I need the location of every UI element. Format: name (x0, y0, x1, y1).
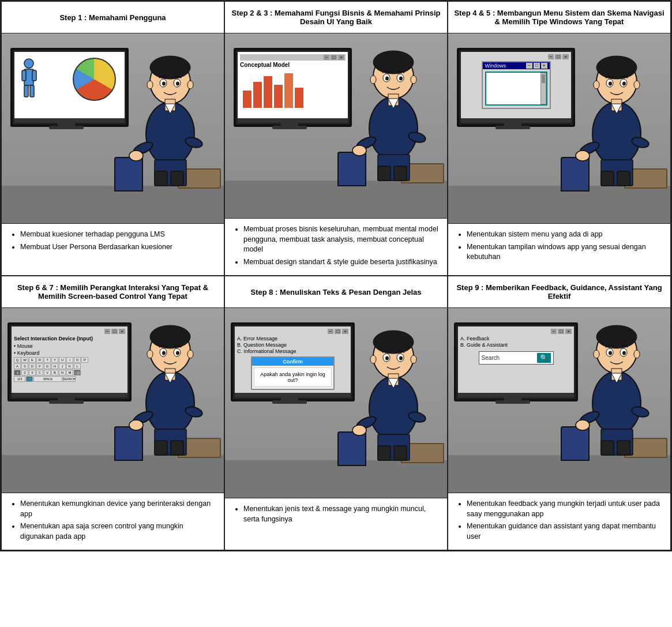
svg-rect-50 (617, 171, 630, 186)
cartoon-person-4 (126, 311, 215, 458)
step3-header: Step 4 & 5 : Membangun Menu Sistem dan S… (448, 2, 670, 33)
step1-header: Step 1 : Memahami Pengguna (2, 2, 224, 33)
cartoon-person-2 (349, 36, 438, 183)
svg-rect-66 (155, 441, 167, 455)
svg-point-106 (594, 350, 599, 358)
svg-point-59 (150, 325, 190, 348)
svg-point-87 (385, 356, 389, 361)
svg-point-29 (352, 145, 366, 156)
main-grid: Step 1 : Memahami Pengguna (0, 0, 672, 551)
svg-point-19 (162, 82, 166, 86)
step1-image (2, 33, 224, 223)
svg-rect-100 (601, 441, 614, 455)
win4-minimize[interactable]: − (104, 329, 111, 334)
win3-minimize[interactable]: − (548, 54, 554, 59)
svg-point-80 (352, 425, 366, 435)
step6-image: − □ × A. Feedback B. Guide & Assistant S… (448, 308, 670, 493)
svg-point-76 (373, 331, 414, 354)
svg-point-73 (187, 350, 193, 358)
win5-minimize[interactable]: − (328, 329, 334, 334)
step6-header: Step 9 : Memberikan Feedback, Guidance, … (448, 276, 670, 308)
step5-image: − □ × A. Error Message B. Question Messa… (225, 308, 447, 498)
step3-image: − □ × Windows − □ × (448, 33, 670, 223)
info-msg-label: C. Informational Message (237, 348, 348, 354)
win-inner-minimize[interactable]: − (526, 63, 532, 69)
step2-description: Membuat proses bisnis keseluruhan, membu… (225, 218, 447, 275)
cell-step2: Step 2 & 3 : Memahami Fungsi Bisnis & Me… (224, 1, 448, 276)
svg-rect-84 (394, 446, 407, 460)
svg-point-42 (596, 56, 637, 79)
svg-point-70 (162, 351, 166, 355)
svg-rect-83 (378, 446, 391, 460)
svg-rect-2 (22, 70, 26, 81)
svg-point-46 (576, 151, 590, 161)
win3-restore[interactable]: □ (555, 54, 561, 59)
step3-description: Menentukan sistem menu yang ada di app M… (448, 223, 670, 275)
win6-restore[interactable]: □ (558, 329, 564, 334)
svg-point-55 (594, 81, 599, 89)
guide-label: B. Guide & Assistant (460, 342, 572, 348)
win4-close[interactable]: × (119, 329, 125, 334)
error-msg-label: A. Error Message (237, 336, 348, 341)
win2-minimize[interactable]: − (324, 55, 330, 60)
svg-point-105 (622, 351, 626, 355)
svg-point-8 (150, 56, 190, 79)
svg-point-89 (370, 355, 376, 363)
win6-minimize[interactable]: − (551, 329, 557, 334)
svg-point-21 (147, 81, 153, 89)
svg-point-88 (399, 356, 403, 361)
step2-header: Step 2 & 3 : Memahami Fungsi Bisnis & Me… (225, 2, 447, 33)
svg-point-22 (187, 81, 193, 89)
cell-step6: Step 9 : Memberikan Feedback, Guidance, … (448, 276, 671, 550)
cell-step3: Step 4 & 5 : Membangun Menu Sistem dan S… (448, 1, 671, 276)
cartoon-person-6 (572, 311, 662, 458)
svg-rect-3 (32, 70, 36, 81)
feedback-label: A. Feedback (460, 336, 572, 341)
svg-point-25 (373, 51, 414, 74)
svg-point-39 (411, 76, 416, 84)
step5-header: Step 8 : Menuliskan Teks & Pesan Dengan … (225, 276, 447, 308)
win3-close[interactable]: × (562, 54, 569, 59)
svg-rect-49 (601, 171, 614, 186)
win5-close[interactable]: × (342, 329, 348, 334)
conceptual-model-title: Conceptual Model (240, 62, 346, 68)
svg-rect-67 (171, 441, 183, 455)
step4-header: Step 6 & 7 : Memilih Perangkat Interaksi… (2, 276, 224, 308)
search-text: Search (482, 355, 537, 361)
cartoon-person-5 (349, 316, 438, 463)
svg-point-97 (576, 420, 590, 430)
win5-restore[interactable]: □ (335, 329, 341, 334)
svg-rect-32 (378, 166, 391, 181)
step6-description: Menentukan feedback yang mungkin terjadi… (448, 493, 670, 550)
svg-point-0 (24, 59, 33, 68)
svg-point-54 (622, 82, 626, 86)
svg-point-38 (370, 76, 376, 84)
step2-image: − □ × Conceptual Model (225, 33, 447, 218)
cartoon-person-3 (572, 42, 662, 189)
step4-description: Menentukan kemungkinan device yang berin… (2, 493, 224, 550)
svg-point-20 (176, 82, 179, 86)
select-device-label: Select Interaction Device (Input) (14, 336, 125, 341)
svg-rect-5 (30, 85, 34, 97)
svg-rect-33 (394, 166, 407, 181)
confirm-label: Confirm (252, 358, 333, 366)
svg-rect-101 (617, 441, 630, 455)
svg-point-36 (385, 77, 389, 81)
step5-description: Menentukan jenis text & message yang mun… (225, 498, 447, 550)
win2-close[interactable]: × (338, 55, 344, 60)
win6-close[interactable]: × (565, 329, 572, 334)
win-inner-close[interactable]: × (541, 63, 547, 69)
svg-point-37 (399, 77, 403, 81)
win4-restore[interactable]: □ (111, 329, 118, 334)
svg-point-56 (634, 81, 640, 89)
svg-point-72 (147, 350, 153, 358)
cell-step4: Step 6 & 7 : Memilih Perangkat Interaksi… (1, 276, 224, 550)
apakah-label: Apakah anda yakin ingin log out? (254, 367, 332, 387)
svg-point-104 (609, 351, 612, 355)
win-inner-restore[interactable]: □ (534, 63, 540, 69)
win2-restore[interactable]: □ (331, 55, 337, 60)
svg-point-53 (609, 82, 612, 86)
search-icon[interactable]: 🔍 (537, 353, 551, 363)
svg-rect-16 (171, 171, 183, 186)
windows-dialog-title: Windows (485, 63, 506, 69)
